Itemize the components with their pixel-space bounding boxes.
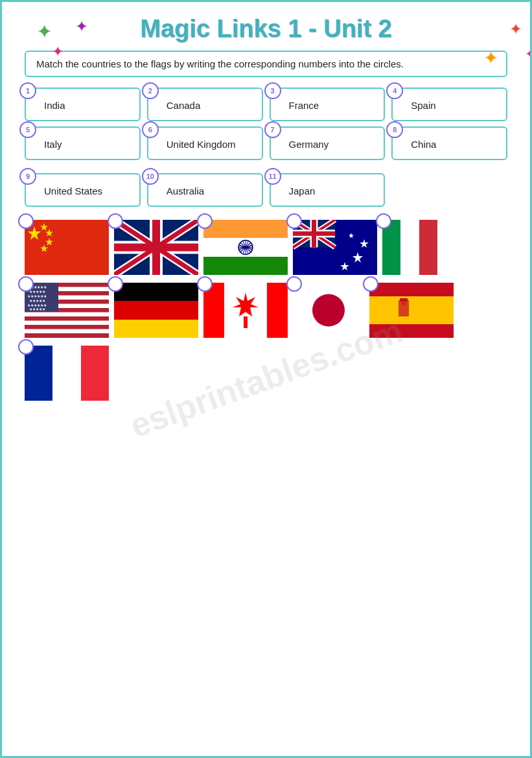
australia-flag-svg [293, 220, 377, 275]
svg-rect-53 [25, 313, 109, 317]
flag-india [203, 220, 288, 278]
svg-rect-47 [400, 220, 419, 275]
num-badge-11: 11 [264, 168, 281, 185]
title-area: ✦ ✦ ✦ ✦ ✦ ✦ Magic Links 1 - Unit 2 [18, 15, 514, 43]
star-purple: ✦ [75, 18, 88, 36]
svg-rect-64 [114, 301, 198, 320]
country-card-china: 8 China [391, 126, 507, 160]
country-card-india: 1 India [25, 88, 141, 121]
china-flag-svg [25, 220, 109, 275]
flag-circle-france[interactable] [18, 339, 34, 355]
spain-flag-svg [369, 283, 454, 338]
svg-text:★★★★★: ★★★★★ [29, 307, 45, 311]
num-badge-2: 2 [142, 82, 159, 99]
flag-china [25, 220, 109, 278]
country-card-france: 3 France [270, 88, 386, 121]
flag-uk [114, 220, 198, 278]
country-card-japan: 11 Japan [270, 173, 386, 207]
flag-circle-usa[interactable] [18, 276, 34, 292]
flag-circle-japan[interactable] [286, 276, 302, 292]
country-card-spain: 4 Spain [391, 88, 507, 121]
svg-rect-17 [203, 257, 288, 275]
svg-text:★★★★★: ★★★★★ [29, 299, 45, 303]
empty-cell [391, 173, 507, 207]
india-flag-svg [203, 220, 288, 275]
svg-rect-79 [81, 346, 109, 401]
flag-circle-uk[interactable] [108, 213, 123, 229]
svg-rect-65 [114, 320, 198, 338]
num-badge-6: 6 [142, 121, 159, 138]
svg-rect-69 [244, 316, 248, 328]
country-card-canada: 2 Canada [147, 88, 263, 121]
flag-usa: ★★★★★★ ★★★★★ ★★★★★★ ★★★★★ ★★★★★★ ★★★★★ [25, 283, 109, 340]
flag-circle-australia[interactable] [286, 213, 302, 229]
flags-section: ★★★★★★ ★★★★★ ★★★★★★ ★★★★★ ★★★★★★ ★★★★★ [25, 220, 507, 403]
country-card-italy: 5 Italy [25, 126, 141, 160]
flag-circle-spain[interactable] [363, 276, 378, 292]
star-green: ✦ [36, 20, 52, 43]
flags-row-2: ★★★★★★ ★★★★★ ★★★★★★ ★★★★★ ★★★★★★ ★★★★★ [25, 283, 507, 340]
num-badge-1: 1 [19, 82, 36, 99]
svg-rect-48 [419, 220, 437, 275]
germany-flag-svg [114, 283, 198, 338]
num-badge-4: 4 [386, 82, 403, 99]
flags-row-3 [25, 346, 507, 403]
num-badge-10: 10 [142, 168, 159, 185]
country-grid-row3: 9 United States 10 Australia 11 Japan [25, 173, 507, 207]
svg-rect-15 [203, 220, 288, 238]
star-orange: ✦ [483, 47, 498, 69]
flag-circle-china[interactable] [18, 213, 34, 229]
num-badge-5: 5 [19, 121, 36, 138]
japan-flag-svg [293, 283, 364, 338]
star-pink2: ✦ [525, 46, 532, 62]
flag-circle-canada[interactable] [197, 276, 213, 292]
svg-text:★★★★★: ★★★★★ [29, 290, 45, 294]
instruction-text: Match the countries to the flags by writ… [36, 58, 404, 69]
svg-rect-68 [267, 283, 288, 338]
flag-spain [369, 283, 454, 340]
italy-flag-svg [382, 220, 437, 275]
svg-text:★★★★★★: ★★★★★★ [27, 294, 47, 298]
num-badge-9: 9 [19, 168, 36, 185]
svg-rect-0 [25, 220, 109, 275]
svg-rect-78 [52, 346, 81, 401]
flag-australia [293, 220, 377, 278]
svg-rect-63 [114, 283, 198, 301]
flag-circle-india[interactable] [197, 213, 213, 229]
usa-flag-svg: ★★★★★★ ★★★★★ ★★★★★★ ★★★★★ ★★★★★★ ★★★★★ [25, 283, 109, 338]
country-card-germany: 7 Germany [270, 126, 386, 160]
instruction-box: Match the countries to the flags by writ… [25, 51, 507, 77]
star-pink: ✦ [52, 43, 64, 60]
country-card-us: 9 United States [25, 173, 141, 207]
france-flag-svg [25, 346, 109, 401]
canada-flag-svg [203, 283, 288, 338]
country-card-australia: 10 Australia [147, 173, 263, 207]
page-title: Magic Links 1 - Unit 2 [18, 15, 514, 43]
svg-rect-75 [400, 298, 408, 302]
flag-france [25, 346, 109, 403]
svg-rect-54 [25, 321, 109, 326]
svg-point-76 [402, 302, 406, 305]
uk-flag-svg [114, 220, 198, 275]
country-grid: 1 India 2 Canada 3 France 4 Spain 5 Ital… [25, 88, 507, 160]
flag-circle-germany[interactable] [108, 276, 123, 292]
num-badge-8: 8 [386, 121, 403, 138]
svg-rect-73 [369, 296, 454, 324]
flag-germany [114, 283, 198, 340]
flags-row-1 [25, 220, 507, 278]
svg-point-71 [312, 294, 345, 327]
flag-canada [203, 283, 288, 340]
flag-circle-italy[interactable] [376, 213, 391, 229]
num-badge-3: 3 [264, 82, 281, 99]
flag-japan [293, 283, 364, 340]
flag-italy [382, 220, 437, 278]
num-badge-7: 7 [264, 121, 281, 138]
country-card-uk: 6 United Kingdom [147, 126, 263, 160]
star-red: ✦ [509, 20, 522, 38]
svg-rect-55 [25, 329, 109, 334]
